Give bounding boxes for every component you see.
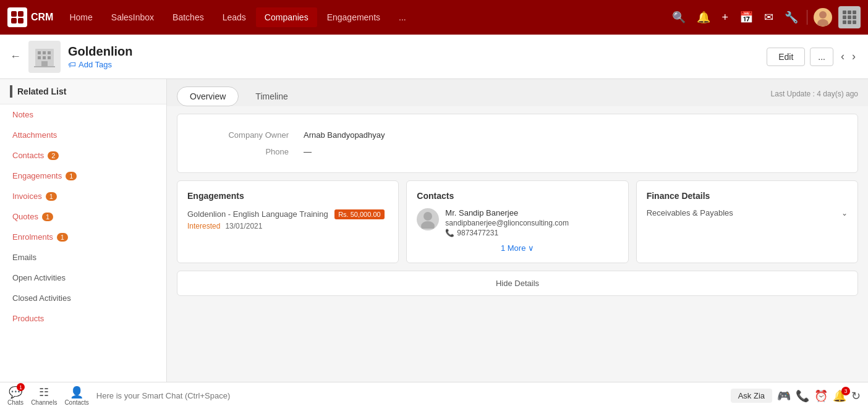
contact-row: Mr. Sandip Banerjee sandipbanerjee@glion… — [417, 208, 618, 237]
chevron-down-icon[interactable]: ⌄ — [841, 209, 848, 217]
chat-badge: 1 — [17, 383, 25, 391]
calendar-icon[interactable]: 📅 — [737, 8, 755, 27]
svg-rect-0 — [11, 11, 17, 17]
sidebar-item-enrolments[interactable]: Enrolments 1 — [0, 227, 166, 247]
contacts-badge: 2 — [48, 151, 59, 160]
history-icon[interactable]: ↻ — [851, 389, 861, 403]
contact-email: sandipbanerjee@glionconsulting.com — [445, 219, 618, 227]
record-actions: Edit ... ‹ › — [767, 48, 858, 66]
tabs-left: Overview Timeline — [177, 86, 301, 106]
nav-right-actions: 🔍 🔔 + 📅 ✉ 🔧 — [670, 6, 861, 28]
ask-zia-button[interactable]: Ask Zia — [731, 389, 772, 403]
engagement-name-row: Goldenlion - English Language Training R… — [187, 208, 388, 219]
sidebar-item-contacts[interactable]: Contacts 2 — [0, 145, 166, 166]
hide-details-bar[interactable]: Hide Details — [177, 271, 858, 296]
sidebar-item-invoices[interactable]: Invoices 1 — [0, 186, 166, 206]
contact-phone: 📞 9873477231 — [445, 229, 618, 237]
bottom-tab-channels[interactable]: ☷ Channels — [31, 386, 57, 406]
nav-companies[interactable]: Companies — [256, 7, 317, 27]
svg-rect-8 — [43, 51, 46, 54]
contacts-more-link[interactable]: 1 More ∨ — [417, 243, 618, 253]
tools-icon[interactable]: 🔧 — [782, 8, 801, 27]
sidebar-item-quotes[interactable]: Quotes 1 — [0, 206, 166, 227]
avatar[interactable] — [814, 8, 832, 27]
notification-badge: 3 — [841, 387, 850, 395]
finance-card-title: Finance Details — [647, 191, 848, 201]
contact-name[interactable]: Mr. Sandip Banerjee — [445, 208, 618, 217]
record-info: Goldenlion 🏷 Add Tags — [68, 44, 759, 69]
sidebar-item-open-activities[interactable]: Open Activities — [0, 268, 166, 288]
edit-button[interactable]: Edit — [767, 48, 805, 66]
nav-home[interactable]: Home — [61, 7, 101, 27]
prev-arrow-button[interactable]: ‹ — [838, 49, 847, 64]
notification-icon[interactable]: 🔔 3 — [833, 389, 846, 403]
related-list-title: Related List — [17, 86, 66, 96]
plus-icon[interactable]: + — [719, 9, 731, 27]
tabs-bar: Overview Timeline Last Update : 4 day(s)… — [167, 79, 868, 106]
nav-batches[interactable]: Batches — [164, 7, 213, 27]
phone-label: Phone — [192, 147, 304, 156]
sidebar-item-emails[interactable]: Emails — [0, 247, 166, 268]
sidebar-item-notes[interactable]: Notes — [0, 104, 166, 125]
invoices-badge: 1 — [46, 192, 57, 201]
grid-icon — [843, 11, 856, 24]
svg-point-16 — [421, 221, 435, 229]
svg-rect-3 — [18, 18, 23, 23]
more-options-button[interactable]: ... — [810, 48, 833, 66]
nav-divider — [807, 10, 807, 25]
bottom-tab-chats[interactable]: 💬 1 Chats — [7, 386, 23, 406]
nav-engagements[interactable]: Engagements — [318, 7, 389, 27]
sidebar-item-closed-activities[interactable]: Closed Activities — [0, 288, 166, 308]
app-grid-button[interactable] — [838, 6, 861, 28]
quotes-badge: 1 — [42, 213, 53, 221]
smart-chat-input[interactable] — [96, 387, 723, 405]
engagement-status: Interested — [187, 222, 220, 230]
record-header: ← Goldenlion 🏷 Add Tags Edit ... ‹ › — [0, 35, 868, 79]
company-owner-value: Arnab Bandyopadhyay — [304, 130, 385, 140]
game-icon[interactable]: 🎮 — [777, 389, 791, 403]
cards-container: Company Owner Arnab Bandyopadhyay Phone … — [167, 106, 868, 303]
content-area: Overview Timeline Last Update : 4 day(s)… — [167, 79, 868, 409]
nav-more-dots[interactable]: ... — [390, 7, 415, 27]
svg-rect-9 — [48, 51, 51, 54]
sidebar-item-attachments[interactable]: Attachments — [0, 125, 166, 145]
mail-icon[interactable]: ✉ — [762, 8, 776, 27]
svg-rect-10 — [38, 56, 41, 59]
logo-icon — [7, 7, 27, 27]
company-owner-label: Company Owner — [192, 130, 304, 140]
engagement-amount-badge: Rs. 50,000.00 — [334, 209, 385, 219]
related-list-header: Related List — [0, 79, 166, 104]
bar-icon — [10, 85, 12, 98]
finance-row: Receivables & Payables ⌄ — [647, 208, 848, 217]
phone-dial-icon[interactable]: 📞 — [796, 389, 809, 403]
nav-arrows: ‹ › — [838, 49, 858, 64]
sidebar: Related List Notes Attachments Contacts … — [0, 79, 167, 409]
search-icon[interactable]: 🔍 — [670, 8, 688, 27]
chat-icon: 💬 1 — [9, 386, 22, 399]
app-logo[interactable]: CRM — [7, 7, 53, 27]
tab-overview[interactable]: Overview — [177, 86, 239, 106]
clock-icon[interactable]: ⏰ — [814, 389, 828, 403]
nav-leads[interactable]: Leads — [214, 7, 255, 27]
tab-timeline[interactable]: Timeline — [242, 86, 300, 106]
channels-icon: ☷ — [39, 386, 49, 399]
nav-salesinbox[interactable]: SalesInbox — [103, 7, 163, 27]
engagements-badge: 1 — [66, 172, 77, 180]
top-navigation: CRM Home SalesInbox Batches Leads Compan… — [0, 0, 868, 35]
bottom-right-actions: Ask Zia 🎮 📞 ⏰ 🔔 3 ↻ — [731, 389, 861, 403]
engagement-name[interactable]: Goldenlion - English Language Training — [187, 209, 328, 219]
engagement-row: Goldenlion - English Language Training R… — [187, 208, 388, 230]
add-tags-button[interactable]: 🏷 Add Tags — [68, 60, 759, 69]
phone-row: Phone — — [192, 143, 843, 160]
svg-rect-7 — [38, 51, 41, 54]
contacts-icon: 👤 — [70, 386, 83, 399]
sidebar-item-engagements[interactable]: Engagements 1 — [0, 166, 166, 186]
phone-icon: 📞 — [445, 229, 454, 237]
bottom-tab-contacts[interactable]: 👤 Contacts — [64, 386, 88, 406]
back-button[interactable]: ← — [10, 50, 21, 63]
bell-icon[interactable]: 🔔 — [694, 8, 713, 27]
finance-card: Finance Details Receivables & Payables ⌄ — [636, 180, 858, 263]
next-arrow-button[interactable]: › — [849, 49, 858, 64]
sidebar-item-products[interactable]: Products — [0, 308, 166, 329]
company-owner-row: Company Owner Arnab Bandyopadhyay — [192, 127, 843, 143]
